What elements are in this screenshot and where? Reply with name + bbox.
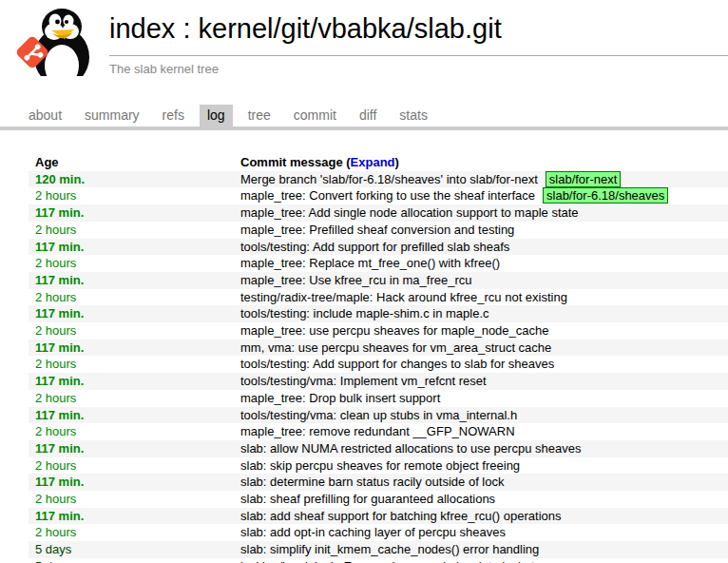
commit-message-link[interactable]: slab: allow NUMA restricted allocations …: [240, 441, 581, 456]
commit-message-cell: slab: allow NUMA restricted allocations …: [234, 440, 728, 457]
commit-age: 2 hours: [29, 423, 234, 440]
commit-message-link[interactable]: slab: skip percpu sheaves for remote obj…: [240, 458, 520, 473]
expand-link[interactable]: Expand: [351, 155, 395, 169]
commit-age-text: 117 min.: [35, 408, 84, 422]
commit-age-text: 117 min.: [35, 441, 84, 456]
commit-age: 2 hours: [29, 390, 234, 407]
commit-message-link[interactable]: slab: sheaf prefilling for guaranteed al…: [240, 492, 495, 506]
commit-age-text: 2 hours: [35, 391, 76, 405]
header-text: index : kernel/git/vbabka/slab.git The s…: [109, 8, 728, 78]
commit-message-cell: slab: add opt-in caching layer of percpu…: [234, 524, 728, 541]
commit-message-link[interactable]: mm, vma: use percpu sheaves for vm_area_…: [240, 340, 551, 355]
commit-age-text: 117 min.: [35, 374, 84, 388]
commit-age: 5 days: [29, 541, 234, 558]
commit-age-text: 117 min.: [35, 240, 84, 254]
cgit-page: index : kernel/git/vbabka/slab.git The s…: [0, 0, 728, 563]
commit-message-link[interactable]: tools/testing: Add support for changes t…: [240, 357, 554, 371]
tab-commit[interactable]: commit: [286, 105, 344, 126]
commit-age: 117 min.: [29, 272, 234, 289]
tab-stats[interactable]: stats: [392, 105, 435, 126]
tab-summary[interactable]: summary: [77, 105, 147, 126]
commit-age-text: 2 hours: [35, 290, 76, 304]
commit-age: 2 hours: [29, 356, 234, 373]
commit-message-link[interactable]: slab: add sheaf support for batching kfr…: [240, 509, 561, 523]
commit-message-cell: maple_tree: Add single node allocation s…: [234, 204, 728, 222]
commit-message-link[interactable]: slab: determine barn status racily outsi…: [240, 475, 504, 489]
commit-message-cell: slab: determine barn status racily outsi…: [234, 474, 728, 491]
tab-about[interactable]: about: [21, 105, 69, 126]
tab-diff[interactable]: diff: [352, 105, 384, 126]
commit-age-text: 2 hours: [35, 323, 76, 338]
commit-age: 2 hours: [29, 524, 234, 541]
commit-message-cell: maple_tree: Drop bulk insert support: [234, 390, 728, 407]
commit-message-link[interactable]: maple_tree: remove redundant __GFP_NOWAR…: [240, 424, 515, 438]
commit-age-text: 117 min.: [35, 273, 84, 287]
commit-message-link[interactable]: slab: simplify init_kmem_cache_nodes() e…: [240, 542, 539, 556]
commit-message-link[interactable]: maple_tree: Add single node allocation s…: [240, 205, 579, 220]
commit-message-link[interactable]: maple_tree: Drop bulk insert support: [240, 391, 440, 405]
commit-row: 2 hours slab: sheaf prefilling for guara…: [29, 491, 728, 508]
tab-tree[interactable]: tree: [240, 105, 278, 126]
commit-age-text: 117 min.: [35, 340, 84, 355]
commit-row: 2 hours maple_tree: Convert forking to u…: [29, 187, 728, 204]
commit-message-link[interactable]: maple_tree: Convert forking to use the s…: [240, 188, 535, 203]
tab-refs[interactable]: refs: [155, 105, 192, 126]
commit-row: 2 hours maple_tree: remove redundant __G…: [29, 423, 728, 440]
age-column-header: Age: [29, 154, 234, 171]
commit-age-text: 2 hours: [35, 424, 76, 438]
commit-row: 5 days locking/local_lock: Expose dep_ma…: [29, 558, 728, 563]
commit-age: 117 min.: [29, 508, 234, 525]
commit-row: 117 min. tools/testing: include maple-sh…: [29, 305, 728, 322]
cgit-logo-link[interactable]: [8, 8, 97, 76]
branch-decoration-badge[interactable]: slab/for-next: [546, 171, 622, 187]
commit-message-link[interactable]: maple_tree: Use kfree_rcu in ma_free_rcu: [240, 273, 472, 287]
commit-row: 2 hours maple_tree: Replace mt_free_one(…: [29, 255, 728, 272]
commit-age-text: 117 min.: [35, 475, 84, 489]
tab-log[interactable]: log: [200, 105, 233, 126]
commit-message-link[interactable]: locking/local_lock: Expose dep_map in lo…: [240, 559, 538, 563]
commit-age-text: 5 days: [35, 542, 71, 556]
commit-age: 2 hours: [29, 222, 234, 239]
commit-message-cell: slab: sheaf prefilling for guaranteed al…: [234, 491, 728, 508]
commit-message-link[interactable]: maple_tree: Prefilled sheaf conversion a…: [240, 223, 514, 237]
commit-message-link[interactable]: slab: add opt-in caching layer of percpu…: [240, 525, 506, 539]
commit-age: 120 min.: [29, 171, 234, 188]
commit-row: 117 min. mm, vma: use percpu sheaves for…: [29, 340, 728, 357]
commit-message-link[interactable]: maple_tree: Replace mt_free_one() with k…: [240, 256, 500, 270]
commit-message-link[interactable]: maple_tree: use percpu sheaves for maple…: [240, 323, 549, 338]
commit-age-text: 2 hours: [35, 256, 76, 270]
commit-row: 2 hours maple_tree: Prefilled sheaf conv…: [29, 222, 728, 239]
commit-row: 117 min. tools/testing/vma: clean up stu…: [29, 407, 728, 424]
commit-row: 117 min. slab: allow NUMA restricted all…: [29, 440, 728, 457]
commit-row: 2 hours slab: skip percpu sheaves for re…: [29, 457, 728, 475]
tux-penguin-icon: [34, 9, 89, 76]
commit-age-text: 117 min.: [35, 509, 84, 523]
commit-row: 2 hours slab: add opt-in caching layer o…: [29, 524, 728, 541]
commit-message-cell: maple_tree: Replace mt_free_one() with k…: [234, 255, 728, 272]
commit-age-text: 120 min.: [35, 172, 85, 186]
nav-tabs: aboutsummaryrefslogtreecommitdiffstats: [0, 105, 728, 130]
commit-age-text: 2 hours: [35, 188, 76, 203]
commit-message-link[interactable]: Merge branch 'slab/for-6.18/sheaves' int…: [240, 172, 538, 186]
commit-age: 5 days: [29, 558, 234, 563]
commit-message-link[interactable]: testing/radix-tree/maple: Hack around kf…: [240, 290, 567, 304]
commit-row: 5 days slab: simplify init_kmem_cache_no…: [29, 541, 728, 558]
commit-message-cell: testing/radix-tree/maple: Hack around kf…: [234, 289, 728, 306]
commit-message-cell: mm, vma: use percpu sheaves for vm_area_…: [234, 340, 728, 357]
commit-row: 2 hours maple_tree: use percpu sheaves f…: [29, 322, 728, 340]
commit-message-link[interactable]: tools/testing/vma: Implement vm_refcnt r…: [240, 374, 487, 388]
commit-message-link[interactable]: tools/testing: include maple-shim.c in m…: [240, 306, 489, 320]
commit-row: 117 min. maple_tree: Add single node all…: [29, 204, 728, 222]
commit-header-prefix: Commit message (: [240, 155, 351, 169]
commit-message-cell: tools/testing: Add support for changes t…: [234, 356, 728, 373]
commit-message-link[interactable]: tools/testing: Add support for prefilled…: [240, 240, 509, 254]
commit-message-link[interactable]: tools/testing/vma: clean up stubs in vma…: [240, 408, 517, 422]
tux-git-logo-icon: [8, 8, 97, 76]
commit-header-suffix: ): [395, 155, 399, 169]
commit-message-cell: locking/local_lock: Expose dep_map in lo…: [234, 558, 728, 563]
page-title: index : kernel/git/vbabka/slab.git: [109, 8, 728, 55]
branch-decoration-badge[interactable]: slab/for-6.18/sheaves: [543, 187, 668, 204]
commit-log-table: Age Commit message (Expand) 120 min. Mer…: [29, 154, 728, 563]
repo-description: The slab kernel tree: [109, 55, 728, 78]
commit-message-cell: tools/testing: include maple-shim.c in m…: [234, 305, 728, 322]
